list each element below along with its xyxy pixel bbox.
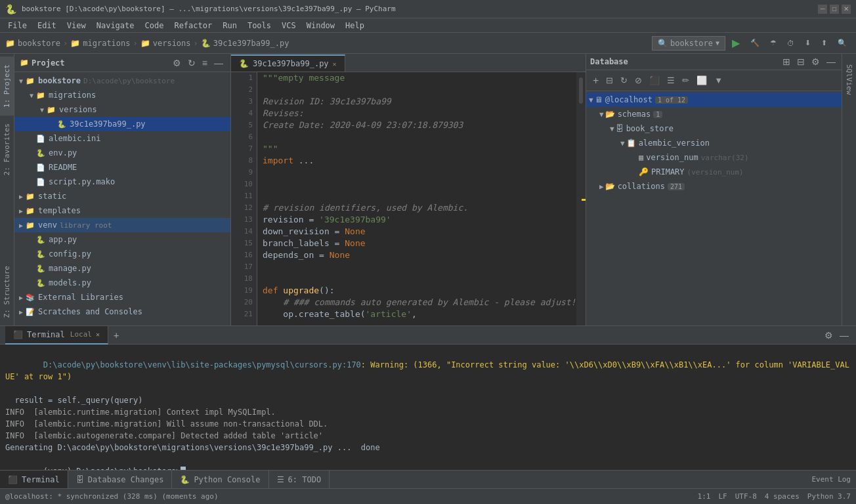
- menu-window[interactable]: Window: [301, 18, 340, 32]
- tree-item-alembic-ini[interactable]: 📄 alembic.ini: [14, 131, 230, 146]
- event-log-label[interactable]: Event Log: [811, 475, 851, 484]
- db-item-alembic-version[interactable]: ▼ 📋 alembic_version: [586, 136, 842, 150]
- db-filter-button[interactable]: ⊘: [632, 74, 645, 87]
- db-item-schemas[interactable]: ▼ 📂 schemas 1: [586, 107, 842, 121]
- db-settings-button[interactable]: ⚙: [809, 56, 822, 67]
- line-num-11: 11: [244, 190, 253, 202]
- tab-close-terminal[interactable]: ✕: [96, 331, 100, 338]
- db-item-localhost[interactable]: ▼ 🖥 @localhost 1 of 12: [586, 93, 842, 107]
- terminal-minimize-button[interactable]: —: [838, 330, 851, 341]
- db-filter2-button[interactable]: ▼: [712, 74, 725, 87]
- breadcrumb-file[interactable]: 🐍 39c1e397ba99_.py: [201, 39, 289, 48]
- db-console-button[interactable]: ⬜: [694, 74, 710, 87]
- breadcrumb-versions[interactable]: 📁 versions: [140, 39, 191, 48]
- db-item-book-store[interactable]: ▼ 🗄 book_store: [586, 121, 842, 136]
- tree-item-app-py[interactable]: 🐍 app.py: [14, 232, 230, 247]
- menu-edit[interactable]: Edit: [32, 18, 62, 32]
- terminal-tab-label: Local: [70, 330, 92, 339]
- db-item-primary[interactable]: 🔑 PRIMARY (version_num): [586, 165, 842, 179]
- db-add-button[interactable]: +: [590, 74, 601, 88]
- expand-arrow: ▶: [17, 308, 25, 316]
- panel-settings-button[interactable]: ⚙: [171, 58, 183, 68]
- code-content[interactable]: """empty message Revision ID: 39c1e397ba…: [257, 72, 576, 326]
- tree-item-bookstore[interactable]: ▼ 📁 bookstore D:\acode\py\bookstore: [14, 74, 230, 88]
- db-minimize-button[interactable]: —: [824, 56, 838, 67]
- vcs-update-button[interactable]: ⬇: [801, 37, 815, 49]
- tree-item-migration-file[interactable]: 🐍 39c1e397ba99_.py: [14, 117, 230, 131]
- editor-tab-active[interactable]: 🐍 39c1e397ba99_.py ✕: [231, 54, 345, 72]
- structure-panel-tab[interactable]: Z: Structure: [0, 258, 14, 326]
- status-language: Python 3.7: [807, 492, 851, 501]
- favorites-panel-tab[interactable]: 2: Favorites: [0, 116, 14, 183]
- db-grid-button[interactable]: ☰: [664, 74, 677, 87]
- build-button[interactable]: 🔨: [746, 37, 763, 49]
- line-num-13: 13: [244, 214, 253, 226]
- window-controls[interactable]: ─ □ ✕: [818, 5, 851, 14]
- tree-item-script-mako[interactable]: 📄 script.py.mako: [14, 175, 230, 189]
- menu-refactor[interactable]: Refactor: [169, 18, 217, 32]
- editor-scrollbar[interactable]: [576, 72, 586, 326]
- panel-gear-button[interactable]: ≡: [200, 58, 209, 68]
- db-refresh-button[interactable]: ↻: [618, 74, 630, 87]
- db-stop-button[interactable]: ⬛: [647, 74, 662, 87]
- tree-item-readme[interactable]: 📄 README: [14, 160, 230, 175]
- panel-sync-button[interactable]: ↻: [186, 58, 198, 68]
- tree-item-env-py[interactable]: 🐍 env.py: [14, 146, 230, 160]
- menu-file[interactable]: File: [3, 18, 32, 32]
- breadcrumb-bookstore[interactable]: 📁 bookstore: [5, 39, 60, 48]
- footer-tab-db-changes[interactable]: 🗄 Database Changes: [68, 471, 173, 489]
- menu-run[interactable]: Run: [217, 18, 242, 32]
- terminal-settings-button[interactable]: ⚙: [823, 330, 835, 341]
- line-num-6: 6: [248, 131, 253, 143]
- sqlview-tab[interactable]: SQlView: [842, 56, 856, 102]
- menu-code[interactable]: Code: [140, 18, 169, 32]
- db-edit-button[interactable]: ✏: [679, 74, 692, 87]
- profile-button[interactable]: ⏱: [783, 38, 798, 49]
- line-num-8: 8: [248, 155, 253, 167]
- maximize-button[interactable]: □: [830, 5, 839, 14]
- footer-tab-todo[interactable]: ☰ 6: TODO: [269, 471, 330, 489]
- tree-item-scratches[interactable]: ▶ 📝 Scratches and Consoles: [14, 304, 230, 319]
- close-button[interactable]: ✕: [842, 5, 851, 14]
- status-indent: 4 spaces: [765, 492, 800, 501]
- terminal-content[interactable]: D:\acode\py\bookstore\venv\lib\site-pack…: [0, 345, 856, 470]
- db-item-version-num[interactable]: ▦ version_num varchar(32): [586, 150, 842, 165]
- line-numbers: 1 2 3 4 5 6 7 8 9 10 11 12 13 14 15 16 1: [231, 72, 257, 326]
- menu-tools[interactable]: Tools: [242, 18, 276, 32]
- tree-label: venv: [38, 220, 57, 230]
- db-item-collations[interactable]: ▶ 📂 collations 271: [586, 179, 842, 194]
- search-everywhere-button[interactable]: 🔍: [834, 37, 851, 49]
- tree-label: app.py: [49, 235, 77, 244]
- project-panel-tab[interactable]: 1: Project: [0, 56, 14, 116]
- tree-item-models-py[interactable]: 🐍 models.py: [14, 276, 230, 290]
- tree-item-migrations[interactable]: ▼ 📁 migrations: [14, 88, 230, 102]
- tree-item-versions[interactable]: ▼ 📁 versions: [14, 102, 230, 117]
- tree-item-venv[interactable]: ▶ 📁 venv library root: [14, 218, 230, 232]
- db-layout-button[interactable]: ⊟: [795, 56, 807, 67]
- db-changes-icon: 🗄: [76, 475, 84, 484]
- breadcrumb-migrations[interactable]: 📁 migrations: [70, 39, 130, 48]
- vcs-push-button[interactable]: ⬆: [817, 37, 831, 49]
- db-expand-button[interactable]: ⊞: [781, 56, 792, 67]
- minimize-button[interactable]: ─: [818, 5, 827, 14]
- tree-item-templates[interactable]: ▶ 📁 templates: [14, 203, 230, 218]
- tab-close-button[interactable]: ✕: [333, 60, 337, 68]
- terminal-tab[interactable]: ⬛ Terminal Local ✕: [5, 326, 108, 345]
- panel-minimize-button[interactable]: —: [212, 58, 225, 68]
- menu-vcs[interactable]: VCS: [276, 18, 301, 32]
- run-button[interactable]: ▶: [728, 35, 744, 51]
- add-terminal-button[interactable]: +: [108, 330, 124, 341]
- expand-arrow: ▼: [599, 110, 604, 119]
- tree-item-static[interactable]: ▶ 📁 static: [14, 189, 230, 203]
- coverage-button[interactable]: ☂: [766, 37, 781, 49]
- db-remove-button[interactable]: ⊟: [603, 74, 616, 87]
- tree-item-manage-py[interactable]: 🐍 manage.py: [14, 261, 230, 276]
- code-line-7: """: [263, 143, 571, 155]
- menu-navigate[interactable]: Navigate: [91, 18, 140, 32]
- footer-tab-terminal[interactable]: ⬛ Terminal: [0, 471, 68, 489]
- menu-help[interactable]: Help: [340, 18, 370, 32]
- footer-tab-python-console[interactable]: 🐍 Python Console: [172, 471, 268, 489]
- tree-item-external-libs[interactable]: ▶ 📚 External Libraries: [14, 290, 230, 304]
- menu-view[interactable]: View: [62, 18, 91, 32]
- tree-item-config-py[interactable]: 🐍 config.py: [14, 247, 230, 261]
